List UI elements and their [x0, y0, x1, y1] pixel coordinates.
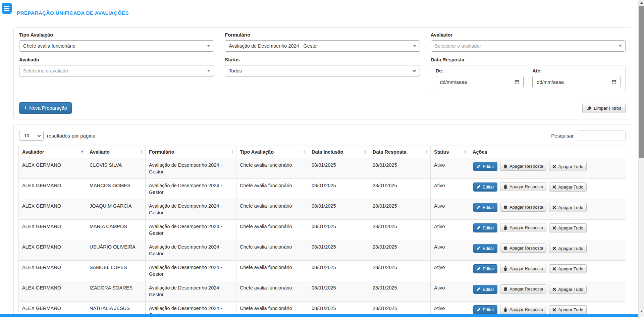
ate-date-placeholder: dd/mm/aaaa	[537, 80, 564, 85]
column-header-data-inclusao[interactable]: Data Inclusão▲▼	[308, 146, 369, 158]
pencil-icon	[477, 308, 481, 312]
sort-icon: ▲▼	[303, 150, 306, 154]
scroll-down-arrow[interactable]	[639, 309, 644, 314]
editar-button[interactable]: Editar	[473, 244, 497, 253]
apagar-tudo-button[interactable]: Apagar Tudo	[549, 264, 586, 273]
cell-data-inclusao: 08/01/2025	[308, 261, 369, 281]
filter-tipo-avaliacao: Tipo Avaliação Chefe avalia funcionário	[19, 32, 214, 52]
avaliado-label: Avaliado	[19, 57, 214, 62]
cell-formulario: Avaliação de Desempenho 2024 - Gestor	[146, 281, 236, 302]
x-icon	[552, 308, 556, 312]
status-select[interactable]: Todos	[225, 65, 420, 76]
column-header-avaliado[interactable]: Avaliado▲▼	[86, 146, 146, 158]
column-header-formulario[interactable]: Formulário▲▼	[146, 146, 236, 158]
editar-button[interactable]: Editar	[473, 203, 497, 212]
apagar-resposta-button[interactable]: Apagar Resposta	[500, 162, 546, 171]
apagar-resposta-button[interactable]: Apagar Resposta	[500, 203, 546, 212]
apagar-resposta-button[interactable]: Apagar Resposta	[500, 284, 546, 294]
apagar-tudo-button[interactable]: Apagar Tudo	[549, 223, 586, 232]
cell-status: Ativo	[431, 158, 469, 179]
x-icon	[552, 247, 556, 250]
apagar-tudo-button[interactable]: Apagar Tudo	[549, 305, 586, 314]
editar-button[interactable]: Editar	[473, 264, 497, 273]
ate-date-input[interactable]: dd/mm/aaaa	[532, 76, 621, 88]
limpar-filtros-button[interactable]: Limpar Filtros	[582, 103, 626, 113]
pencil-icon	[477, 226, 481, 230]
cell-avaliador: ALEX GERMANO	[19, 158, 86, 179]
pencil-icon	[477, 267, 481, 271]
cell-data-resposta: 28/01/2025	[369, 179, 431, 199]
editar-button[interactable]: Editar	[473, 305, 497, 314]
apagar-tudo-button[interactable]: Apagar Tudo	[549, 203, 586, 212]
sort-icon: ▲▼	[364, 150, 367, 154]
vertical-scrollbar[interactable]	[638, 0, 644, 317]
avaliado-select[interactable]: Selecione o avaliado	[19, 65, 214, 76]
calendar-icon[interactable]	[611, 80, 616, 85]
pencil-icon	[477, 205, 481, 209]
apagar-resposta-button[interactable]: Apagar Resposta	[500, 244, 546, 253]
apagar-resposta-button[interactable]: Apagar Resposta	[500, 223, 546, 232]
sort-icon: ▲▼	[140, 150, 143, 154]
filter-avaliador: Avaliador Selecione o avaliador	[431, 32, 626, 52]
x-icon	[552, 226, 556, 230]
x-icon	[552, 165, 556, 168]
cell-formulario: Avaliação de Desempenho 2024 - Gestor	[146, 220, 236, 240]
apagar-resposta-button[interactable]: Apagar Resposta	[500, 264, 546, 273]
cell-data-inclusao: 08/01/2025	[308, 220, 369, 240]
scrollbar-thumb[interactable]	[639, 6, 644, 158]
data-resposta-ate: Até: dd/mm/aaaa	[532, 68, 621, 88]
filter-data-resposta: Data Resposta De: dd/mm/aaaa Até:	[431, 57, 626, 93]
tipo-avaliacao-select[interactable]: Chefe avalia funcionário	[19, 40, 214, 52]
editar-button[interactable]: Editar	[473, 285, 497, 294]
cell-avaliado: JOAQUIM GARCIA	[86, 199, 146, 220]
cell-formulario: Avaliação de Desempenho 2024 - Gestor	[146, 158, 236, 179]
formulario-select[interactable]: Avaliação de Desempenho 2024 - Gestor	[225, 40, 420, 52]
dropdown-arrow-icon	[207, 45, 210, 47]
column-header-avaliador[interactable]: Avaliador▲▼	[19, 146, 86, 158]
formulario-label: Formulário	[225, 32, 420, 38]
apagar-tudo-button[interactable]: Apagar Tudo	[549, 182, 586, 192]
page-length-select[interactable]: 10	[19, 131, 44, 141]
cell-avaliado: IZADORA SOARES	[86, 281, 146, 302]
editar-button[interactable]: Editar	[473, 162, 497, 171]
apagar-resposta-button[interactable]: Apagar Resposta	[500, 182, 546, 191]
table-row: ALEX GERMANO SAMUEL LOPES Avaliação de D…	[19, 261, 626, 281]
cell-avaliado: SAMUEL LOPES	[86, 261, 146, 281]
eraser-icon	[587, 106, 592, 110]
cell-data-inclusao: 08/01/2025	[308, 199, 369, 220]
nova-preparacao-button[interactable]: + Nova Preparação	[19, 102, 72, 114]
cell-data-inclusao: 08/01/2025	[308, 240, 369, 261]
avaliador-select[interactable]: Selecione o avaliador	[431, 40, 626, 52]
status-label: Status	[225, 57, 420, 62]
cell-status: Ativo	[431, 220, 469, 240]
column-header-status[interactable]: Status▲▼	[431, 146, 469, 158]
cell-avaliado: USUÁRIO OLIVEIRA	[86, 240, 146, 261]
scroll-up-arrow[interactable]	[639, 0, 644, 6]
editar-button[interactable]: Editar	[473, 182, 497, 192]
avaliador-placeholder: Selecione o avaliador	[435, 43, 481, 49]
table-row: ALEX GERMANO USUÁRIO OLIVEIRA Avaliação …	[19, 240, 626, 261]
table-row: ALEX GERMANO IZADORA SOARES Avaliação de…	[19, 281, 626, 302]
search-input[interactable]	[577, 130, 626, 141]
ate-label: Até:	[532, 68, 621, 73]
trash-icon	[503, 164, 507, 168]
de-date-input[interactable]: dd/mm/aaaa	[436, 76, 524, 88]
apagar-tudo-button[interactable]: Apagar Tudo	[549, 244, 586, 253]
menu-toggle-button[interactable]	[2, 3, 12, 14]
apagar-tudo-button[interactable]: Apagar Tudo	[549, 162, 586, 171]
cell-data-resposta: 28/01/2025	[369, 199, 431, 220]
cell-tipo-avaliacao: Chefe avalia funcionário	[236, 158, 308, 179]
page-length-label: resultados por página	[47, 133, 95, 139]
calendar-icon[interactable]	[515, 80, 520, 85]
cell-acoes: Editar Apagar Resposta Apagar Tudo	[469, 199, 626, 220]
column-header-data-resposta[interactable]: Data Resposta▲▼	[369, 146, 431, 158]
apagar-tudo-button[interactable]: Apagar Tudo	[549, 285, 586, 294]
column-header-tipo-avaliacao[interactable]: Tipo Avaliação▲▼	[236, 146, 308, 158]
table-header-row: Avaliador▲▼ Avaliado▲▼ Formulário▲▼ Tipo…	[19, 146, 626, 158]
main-content: PREPARAÇÃO UNIFICADA DE AVALIAÇÕES Tipo …	[11, 0, 638, 317]
chevron-down-icon	[412, 68, 416, 72]
table-row: ALEX GERMANO MARIA CAMPOS Avaliação de D…	[19, 220, 626, 240]
apagar-resposta-button[interactable]: Apagar Resposta	[500, 305, 546, 314]
editar-button[interactable]: Editar	[473, 223, 497, 232]
cell-avaliado: CLOVIS SILVA	[86, 158, 146, 179]
